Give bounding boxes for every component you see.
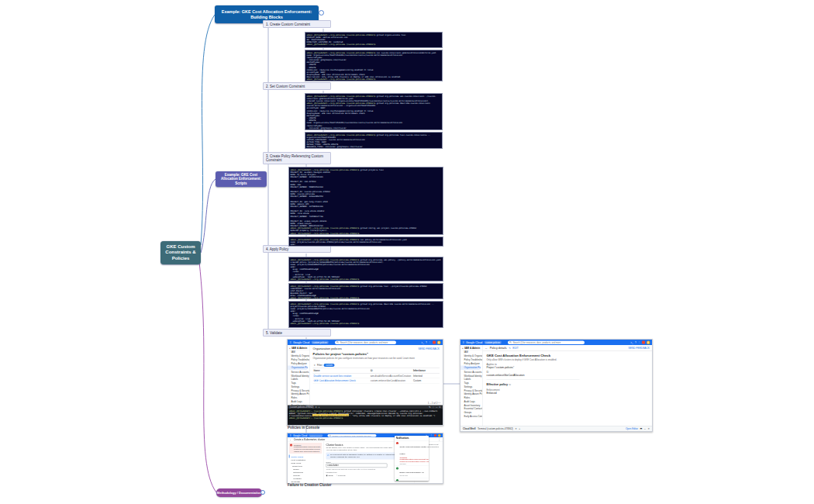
shell-tab: (custom-policies-478362) bbox=[290, 406, 314, 408]
info-banner-text: To experiment with an affordable cluster… bbox=[330, 454, 401, 458]
grid-icon: ⠿ bbox=[290, 341, 291, 343]
edge-central-building-blocks bbox=[201, 15, 215, 245]
filter-chip: custom bbox=[324, 364, 335, 367]
terminal-snippet-list-constraints[interactable]: admin_j@cloudshell:~/org-policies (custo… bbox=[305, 132, 443, 149]
info-icon: ⓘ bbox=[509, 384, 511, 386]
section-label-set-constraint[interactable]: 2. Set Custom Constraint bbox=[263, 82, 331, 90]
help-icon: ? bbox=[426, 341, 427, 343]
person-icon: ● bbox=[289, 347, 291, 349]
terminal-text: admin_j@cloudshell:~/org-policies (custo… bbox=[289, 167, 443, 234]
terminal-text: admin_j@cloudshell:~/org-policies (custo… bbox=[305, 133, 442, 148]
policy-details-toolbar: ← Policy details ✎ EDIT SEND FEEDBACK bbox=[483, 345, 653, 351]
shell-tab: Terminal (custom-policies-478362) bbox=[478, 427, 513, 430]
product-name: Google Cloud bbox=[293, 341, 309, 344]
form-description: To get started, give your cluster a uniq… bbox=[326, 447, 396, 451]
sidebar-title: IAM & Admin bbox=[291, 347, 307, 350]
search-icon bbox=[329, 434, 332, 437]
notifications-badge-icon bbox=[642, 341, 645, 344]
name-hint: Cluster names must start with a lowercas… bbox=[326, 468, 400, 470]
policy-id: iam.disableServiceAccountKeyCreation bbox=[371, 375, 413, 377]
search-placeholder: Search (/) for resources, docs, products… bbox=[340, 341, 388, 343]
back-icon: ← bbox=[485, 347, 488, 350]
filter-caret-icon: ▼ bbox=[314, 364, 316, 366]
project-selector: custom-policies bbox=[309, 434, 323, 437]
notifications-badge-icon bbox=[433, 341, 436, 344]
help-icon: ? bbox=[635, 341, 636, 343]
back-icon: ← bbox=[290, 438, 292, 441]
terminal-text: admin_j@cloudshell:~/org-policies (custo… bbox=[289, 284, 443, 299]
error-icon: ! bbox=[396, 442, 398, 444]
node-scripts[interactable]: Example: GKE Cost Allocation Enforcement… bbox=[216, 171, 267, 187]
caption-cluster-failure[interactable]: Failure to Creation Cluster bbox=[288, 483, 332, 487]
terminal-snippet-set-policy[interactable]: admin_j@cloudshell:~/org-policies (custo… bbox=[288, 257, 443, 281]
location-zonal: Zonal bbox=[328, 474, 333, 476]
plus-icon: + bbox=[519, 427, 520, 430]
notification-time: 31 min ago bbox=[400, 475, 425, 477]
cloud-shell-footer: Cloud Shell Terminal (custom-policies-47… bbox=[460, 426, 652, 431]
search-icon bbox=[336, 341, 339, 343]
close-icon: ✕ bbox=[515, 427, 517, 430]
screenshot-org-policies-list[interactable]: ⠿ Google Cloud custom-policies Search (/… bbox=[287, 339, 443, 426]
enforcement-value: Enforced bbox=[487, 392, 649, 395]
collapse-dot-methodology[interactable] bbox=[260, 490, 265, 495]
location-regional: Regional bbox=[338, 474, 346, 476]
terminal-snippet-list-policies[interactable]: admin_j@cloudshell:~/org-policies (custo… bbox=[288, 283, 443, 299]
section-label-validate[interactable]: 5. Validate bbox=[263, 329, 331, 337]
notification-item-error: ! Create Kubernetes Engine cluster “cost… bbox=[395, 441, 429, 467]
iam-admin-sidebar: ●IAM & Admin IAM Identity & Organization… bbox=[288, 345, 310, 406]
more-icon: ⋮ bbox=[432, 406, 434, 408]
applies-to-value: Project “custom-policies” bbox=[487, 366, 649, 369]
notification-time: Just now bbox=[400, 463, 429, 465]
org-policies-main: Organization policies SEND FEEDBACK Poli… bbox=[310, 345, 443, 406]
error-alert-text: Constraint constraints/custom.enforceGke… bbox=[294, 444, 322, 453]
terminal-text: admin_j@cloudshell:~/org-policies (custo… bbox=[289, 302, 443, 327]
error-icon: ! bbox=[290, 444, 292, 447]
terminal-snippet-describe-policy[interactable]: admin_j@cloudshell:~/org-policies (custo… bbox=[288, 301, 443, 328]
edit-button: EDIT bbox=[512, 347, 518, 350]
screenshot-gke-create-failure[interactable]: ⠿ Google Cloud custom-policies Search (/… bbox=[287, 433, 443, 484]
terminal-text: admin_j@cloudshell:~/org-policies (custo… bbox=[305, 33, 442, 47]
notification-title: Enable Kubernetes Engine API bbox=[400, 471, 425, 474]
node-central-topic[interactable]: GKE Custom Constraints & Policies bbox=[160, 241, 201, 264]
plus-icon: + bbox=[319, 406, 320, 408]
collapse-dot-building-blocks[interactable] bbox=[319, 10, 324, 16]
search-placeholder: Search (/) for resources, docs, products… bbox=[333, 434, 371, 437]
cloud-shell-icon: >_ bbox=[630, 341, 633, 343]
policy-id: custom.enforceGkeCostAllocation bbox=[371, 379, 413, 381]
terminal-snippet-projects-list[interactable]: admin_j@cloudshell:~/org-policies (custo… bbox=[288, 167, 443, 235]
autopilot-info-banner: ⓘ To experiment with an affordable clust… bbox=[326, 453, 402, 460]
console-header: ⠿ Google Cloud custom-policies Search (/… bbox=[460, 340, 652, 345]
table-row: GKE Cost Allocation Enforcement Check cu… bbox=[313, 378, 440, 384]
terminal-text: admin_j@cloudshell:~/org-policies (custo… bbox=[289, 237, 443, 246]
filter-label: Filter bbox=[317, 364, 322, 366]
sidebar-items: Service Accounts Workload Identity Feder… bbox=[460, 371, 482, 419]
notification-error-detail: Constraint constraints/custom.enforceGke… bbox=[400, 457, 429, 463]
more-icon: ⋮ bbox=[429, 341, 431, 343]
caption-policies-in-console[interactable]: Policies in Console bbox=[288, 426, 319, 430]
edit-icon: ✎ bbox=[429, 406, 430, 408]
close-icon: ✕ bbox=[315, 406, 316, 408]
avatar: A bbox=[647, 340, 650, 344]
project-selector: custom-policies bbox=[311, 341, 329, 344]
node-methodology[interactable]: Methodology / Documentation bbox=[216, 488, 262, 497]
sidebar-items: Service Accounts Workload Identity Feder… bbox=[288, 371, 309, 406]
section-label-create-policy[interactable]: 3. Create Policy Referencing Custom Cons… bbox=[263, 152, 331, 164]
check-icon: ✓ bbox=[396, 479, 398, 481]
terminal-snippet-set-constraint[interactable]: admin_j@cloudshell:~/org-policies (custo… bbox=[305, 93, 443, 130]
terminal-snippet-policy-yaml[interactable]: admin_j@cloudshell:~/org-policies (custo… bbox=[288, 236, 443, 247]
edit-icon: ✎ bbox=[509, 347, 511, 350]
policy-inheritance: Custom bbox=[413, 379, 440, 381]
close-icon: ✕ bbox=[647, 427, 650, 430]
screenshot-policy-details[interactable]: ⠿ Google Cloud custom-policies Search (/… bbox=[460, 339, 653, 432]
terminal-snippet-constraint-yaml[interactable]: admin_j@cloudshell:~/org-policies (custo… bbox=[305, 50, 443, 81]
terminal-snippet-org-list[interactable]: admin_j@cloudshell:~/org-policies (custo… bbox=[305, 32, 443, 48]
sidebar-item-active: Organization Policies bbox=[460, 366, 481, 371]
effective-policy-heading: Effective policy bbox=[487, 383, 509, 387]
open-editor-button: Open Editor bbox=[626, 427, 638, 430]
policy-description: Only allow GKE clusters to deploy if GKE… bbox=[487, 358, 649, 361]
send-feedback-link: SEND FEEDBACK bbox=[629, 347, 650, 350]
notifications-badge-icon bbox=[434, 434, 436, 437]
search-icon bbox=[509, 341, 512, 343]
product-name: Google Cloud bbox=[466, 341, 482, 344]
section-label-create-constraint[interactable]: 1. Create Custom Constraint bbox=[263, 20, 331, 28]
